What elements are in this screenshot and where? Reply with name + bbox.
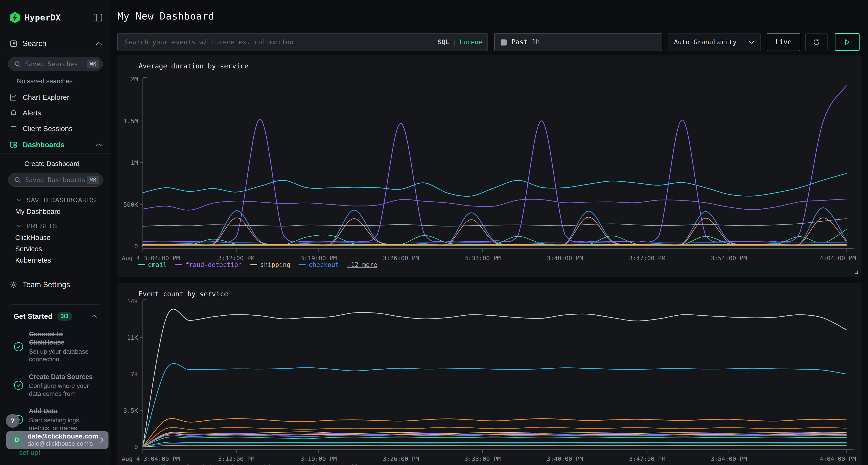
chevron-up-icon[interactable] <box>91 314 97 318</box>
chevron-right-icon <box>99 437 104 444</box>
logo-row: HyperDX <box>0 10 111 26</box>
search-section-label: Search <box>23 39 95 48</box>
time-range-picker[interactable]: Past 1h <box>494 33 662 51</box>
group-header-label: SAVED DASHBOARDS <box>27 197 96 204</box>
x-axis-tick-label: 3:33:00 PM <box>464 255 501 262</box>
sidebar-item-dashboards[interactable]: Dashboards <box>0 138 111 151</box>
saved-searches-input[interactable]: Saved Searches ⌘K <box>8 57 103 71</box>
x-axis-tick-label: 3:26:00 PM <box>383 255 419 262</box>
dashboard-link-my-dashboard[interactable]: My Dashboard <box>0 207 111 217</box>
sidebar-item-label: Client Sessions <box>23 125 102 133</box>
chart-panel-avg-duration[interactable]: Average duration by service emailfraud-d… <box>117 56 862 276</box>
sidebar-item-label: Chart Explorer <box>23 93 102 101</box>
x-axis-tick-label: 3:12:00 PM <box>218 255 255 262</box>
run-query-button[interactable] <box>835 33 860 51</box>
collapse-sidebar-icon[interactable] <box>94 14 102 22</box>
team-settings-label: Team Settings <box>23 280 102 289</box>
check-circle-icon <box>13 342 24 352</box>
preset-link-services[interactable]: Services <box>0 244 111 254</box>
hyperdx-logo-icon[interactable] <box>10 12 20 23</box>
y-axis-tick-label: 2M <box>131 76 138 82</box>
chart-series-line <box>143 243 846 243</box>
chart-series-line <box>143 219 846 227</box>
get-started-item-title: Connect to ClickHouse <box>29 330 97 347</box>
group-presets[interactable]: PRESETS <box>0 222 111 230</box>
x-axis-tick-label: Aug 4 3:04:00 PM <box>122 455 180 462</box>
chart-series-line <box>143 86 846 242</box>
chart-canvas[interactable]: 14K11K7K3.5K0Aug 4 3:04:00 PM3:12:00 PM3… <box>117 283 862 465</box>
user-menu[interactable]: D dale@clickhouse.com dale@clickhouse.co… <box>6 431 108 449</box>
get-started-item[interactable]: Create Data Sources Configure where your… <box>13 373 97 398</box>
chart-canvas[interactable]: 2M1.5M1M500K0Aug 4 3:04:00 PM3:12:00 PM3… <box>117 56 862 276</box>
y-axis-tick-label: 14K <box>127 298 138 305</box>
search-icon <box>14 61 21 68</box>
chart-series-line <box>143 435 846 447</box>
chevron-down-icon <box>17 224 22 228</box>
saved-searches-placeholder: Saved Searches <box>25 61 87 68</box>
preset-link-kubernetes[interactable]: Kubernetes <box>0 255 111 265</box>
preset-link-label: Services <box>15 245 42 253</box>
get-started-item[interactable]: Connect to ClickHouse Set up your databa… <box>13 330 97 363</box>
get-started-item-title: Create Data Sources <box>29 373 97 381</box>
create-dashboard-button[interactable]: Create Dashboard <box>0 159 111 169</box>
saved-dashboards-input[interactable]: Saved Dashboards ⌘K <box>8 173 103 187</box>
chart-panel-event-count[interactable]: Event count by service emailfraud-detect… <box>117 283 862 465</box>
get-started-progress-badge: 3/3 <box>57 312 72 321</box>
sql-mode-toggle[interactable]: SQL <box>438 38 449 46</box>
x-axis-tick-label: 3:19:00 PM <box>301 455 337 462</box>
y-axis-tick-label: 0 <box>134 243 138 250</box>
app-title: HyperDX <box>25 13 94 23</box>
check-circle-icon <box>13 380 24 390</box>
avatar: D <box>10 434 23 447</box>
refresh-button[interactable] <box>805 33 828 51</box>
mode-divider: | <box>452 38 456 46</box>
y-axis-tick-label: 1M <box>131 159 138 166</box>
no-saved-searches-text: No saved searches <box>17 77 72 85</box>
divider <box>0 51 111 51</box>
chevron-up-icon[interactable] <box>95 143 102 147</box>
x-axis-tick-label: 3:33:00 PM <box>464 455 501 462</box>
divider <box>0 154 111 154</box>
sidebar-item-label: Alerts <box>23 109 102 117</box>
granularity-select[interactable]: Auto Granularity <box>668 33 761 51</box>
chart-line-icon <box>10 94 18 101</box>
x-axis-tick-label: 4:04:00 PM <box>819 455 856 462</box>
team-settings-item[interactable]: Team Settings <box>0 278 111 291</box>
x-axis-tick-label: 4:04:00 PM <box>819 255 856 262</box>
group-saved-dashboards[interactable]: SAVED DASHBOARDS <box>0 196 111 204</box>
help-button[interactable]: ? <box>6 414 20 428</box>
get-started-item-desc: Configure where your data comes from <box>29 382 97 398</box>
saved-searches-shortcut: ⌘K <box>87 60 99 68</box>
gear-icon <box>10 281 18 289</box>
y-axis-tick-label: 7K <box>131 371 138 378</box>
get-started-item-desc: Set up your database connection <box>29 348 97 363</box>
sidebar-item-alerts[interactable]: Alerts <box>0 107 111 119</box>
sidebar-item-chart-explorer[interactable]: Chart Explorer <box>0 91 111 104</box>
granularity-value: Auto Granularity <box>674 38 748 46</box>
x-axis-tick-label: 3:40:00 PM <box>547 255 583 262</box>
lucene-mode-toggle[interactable]: Lucene <box>460 38 482 46</box>
chevron-down-icon <box>17 198 22 202</box>
live-button[interactable]: Live <box>767 33 800 51</box>
get-started-title: Get Started <box>13 312 53 321</box>
y-axis-tick-label: 500K <box>123 201 138 208</box>
laptop-icon <box>10 125 18 133</box>
y-axis-tick-label: 11K <box>127 334 138 341</box>
play-icon <box>844 39 850 45</box>
calendar-icon <box>500 38 507 46</box>
chevron-up-icon[interactable] <box>95 41 102 46</box>
get-started-item[interactable]: Add Data Start sending logs, metrics, or… <box>13 407 97 432</box>
preset-link-clickhouse[interactable]: ClickHouse <box>0 233 111 242</box>
refresh-icon <box>812 38 820 46</box>
event-search-input[interactable]: Search your events w/ Lucene ex. column:… <box>117 33 488 51</box>
saved-dashboards-shortcut: ⌘K <box>87 176 99 184</box>
sidebar-item-label: Dashboards <box>23 141 95 149</box>
sidebar-section-search[interactable]: Search <box>0 37 111 50</box>
chart-series-line <box>143 245 846 245</box>
chart-series-line <box>143 208 846 245</box>
x-axis-tick-label: 3:19:00 PM <box>301 255 337 262</box>
dashboards-icon <box>10 141 18 148</box>
sidebar-item-client-sessions[interactable]: Client Sessions <box>0 122 111 135</box>
chart-series-line <box>143 309 846 447</box>
preset-link-label: Kubernetes <box>15 256 51 264</box>
